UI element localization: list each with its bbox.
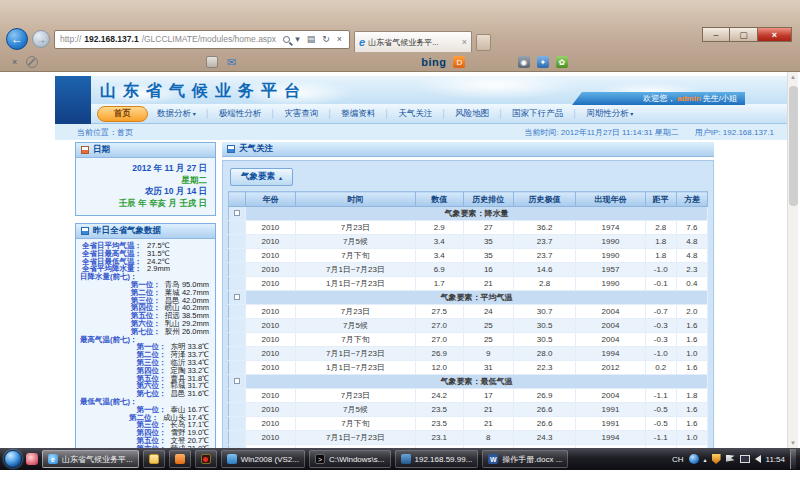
nav-item-7[interactable]: 国家下行产品	[512, 108, 563, 120]
table-cell: 1991	[576, 403, 645, 417]
paw-icon[interactable]: ✦	[537, 56, 549, 68]
table-row[interactable]: 20107月1日~7月23日26.9928.01994-1.01.0	[229, 347, 708, 361]
page-scrollbar[interactable]: ▲ ▼	[787, 72, 798, 448]
taskbar-button-cmd[interactable]: >C:\Windows\s...	[309, 450, 391, 468]
action-center-icon[interactable]	[726, 455, 735, 464]
nav-item-1[interactable]: 数据分析 ▾	[157, 108, 196, 120]
address-bar[interactable]: http://192.168.137.1/GLCCLIMATE/modules/…	[54, 30, 350, 49]
orange-app-icon[interactable]: D	[453, 56, 465, 68]
element-filter-button[interactable]: 气象要素 ▴	[230, 168, 293, 186]
nav-item-4[interactable]: 整编资料	[341, 108, 375, 120]
table-row[interactable]: 20107月23日27.52430.72004-0.72.0	[229, 305, 708, 319]
search-dropdown-icon[interactable]: ▾	[293, 34, 302, 44]
column-header[interactable]: 出现年份	[576, 192, 645, 207]
green-flower-icon[interactable]: ✿	[556, 56, 568, 68]
camera-icon[interactable]: ◉	[518, 56, 530, 68]
column-header[interactable]: 方差	[676, 192, 707, 207]
row-select-cell	[229, 221, 246, 235]
card-icon[interactable]	[206, 56, 218, 68]
clock[interactable]: 11:54	[766, 455, 785, 464]
column-header[interactable]: 时间	[296, 192, 416, 207]
window-controls: – ▢ ×	[702, 27, 792, 42]
pinned-app-icon[interactable]	[26, 453, 38, 465]
page-icon[interactable]: ▤	[305, 34, 318, 44]
column-header[interactable]: 年份	[245, 192, 295, 207]
table-row[interactable]: 20107月下旬27.02530.52004-0.31.6	[229, 333, 708, 347]
taskbar-button-ie[interactable]: e山东省气候业务平...	[42, 450, 139, 468]
start-button[interactable]	[4, 450, 22, 468]
globe-tray-icon[interactable]	[689, 454, 699, 464]
table-cell: 8	[463, 431, 513, 445]
table-row[interactable]: 20107月1日~7月23日23.1824.31994-1.11.0	[229, 431, 708, 445]
table-row[interactable]: 20107月5候27.02530.52004-0.31.6	[229, 319, 708, 333]
volume-tray-icon[interactable]	[755, 455, 761, 463]
column-header[interactable]: 历史极值	[513, 192, 575, 207]
nav-item-2[interactable]: 极端性分析	[219, 108, 262, 120]
date-panel-title: 日期	[93, 144, 110, 156]
group-checkbox-cell	[229, 207, 246, 221]
show-hidden-icons[interactable]: ▴	[704, 456, 707, 463]
language-indicator[interactable]: CH	[672, 455, 684, 464]
scrollbar-thumb[interactable]	[789, 86, 798, 206]
table-row[interactable]: 20107月1日~7月23日6.91614.61957-1.02.3	[229, 263, 708, 277]
table-cell: 1994	[576, 347, 645, 361]
table-row[interactable]: 20107月下旬3.43523.719901.84.8	[229, 249, 708, 263]
table-row[interactable]: 20101月1日~7月23日1.7212.81990-0.10.4	[229, 277, 708, 291]
table-row[interactable]: 20107月23日2.92736.219742.87.6	[229, 221, 708, 235]
sidebar: 日期 2012 年 11 月 27 日 星期二 农历 10 月 14 日 壬辰 …	[75, 142, 216, 448]
search-icon[interactable]	[283, 36, 290, 43]
table-cell: 2004	[576, 389, 645, 403]
table-row[interactable]: 20107月5候3.43523.719901.84.8	[229, 235, 708, 249]
checkbox[interactable]	[234, 294, 240, 300]
nav-item-8[interactable]: 周期性分析 ▾	[586, 108, 633, 120]
table-row[interactable]: 20107月5候23.52126.61991-0.51.6	[229, 403, 708, 417]
new-tab-button[interactable]	[476, 34, 491, 51]
scroll-up-icon[interactable]: ▲	[790, 74, 796, 80]
mail-icon[interactable]: ✉	[225, 56, 238, 69]
table-cell: 30.5	[513, 333, 575, 347]
table-cell: 1990	[576, 235, 645, 249]
network-tray-icon[interactable]	[740, 455, 750, 463]
stop-icon[interactable]: ×	[335, 34, 344, 44]
refresh-icon[interactable]: ↻	[320, 34, 332, 44]
column-header[interactable]: 距平	[645, 192, 676, 207]
taskbar-button-folder[interactable]	[143, 450, 165, 468]
taskbar-button-orange[interactable]	[169, 450, 191, 468]
taskbar-button-rdp[interactable]: 192.168.59.99...	[395, 450, 479, 468]
nav-item-6[interactable]: 风险地图	[455, 108, 489, 120]
minimize-button[interactable]: –	[702, 27, 730, 42]
table-cell: 27.0	[415, 333, 463, 347]
browser-tab[interactable]: e 山东省气候业务平... ×	[354, 31, 472, 52]
table-cell: -1.1	[645, 431, 676, 445]
tab-close-icon[interactable]: ×	[462, 37, 467, 47]
column-header[interactable]: 历史排位	[463, 192, 513, 207]
forward-button[interactable]: →	[32, 30, 50, 48]
bing-logo[interactable]: bing	[421, 56, 446, 68]
maximize-button[interactable]: ▢	[730, 27, 758, 42]
table-cell: 1.6	[676, 361, 707, 375]
blocked-icon[interactable]	[26, 56, 38, 68]
row-select-cell	[229, 305, 246, 319]
checkbox[interactable]	[234, 378, 240, 384]
taskbar-button-word[interactable]: W操作手册.docx ...	[482, 450, 568, 468]
table-row[interactable]: 20107月23日24.21726.92004-1.11.8	[229, 389, 708, 403]
table-cell: 28.0	[513, 347, 575, 361]
row-select-cell	[229, 277, 246, 291]
table-cell: 7月23日	[296, 389, 416, 403]
checkbox[interactable]	[234, 210, 240, 216]
back-button[interactable]: ←	[6, 28, 28, 50]
column-header[interactable]: 数值	[415, 192, 463, 207]
table-row[interactable]: 20101月1日~7月23日12.03122.320120.21.6	[229, 361, 708, 375]
nav-item-5[interactable]: 天气关注	[398, 108, 432, 120]
table-row[interactable]: 20107月下旬23.52126.61991-0.51.6	[229, 417, 708, 431]
scroll-down-icon[interactable]: ▼	[790, 440, 796, 446]
security-tray-icon[interactable]	[712, 454, 721, 464]
taskbar-button-red[interactable]	[195, 450, 217, 468]
close-button[interactable]: ×	[758, 27, 792, 42]
nav-item-0[interactable]: 首页	[97, 106, 148, 122]
close-toolbar-icon[interactable]: ×	[10, 57, 19, 67]
nav-item-3[interactable]: 灾害查询	[284, 108, 318, 120]
group-label: 气象要素：平均气温	[245, 291, 707, 305]
show-desktop-button[interactable]	[790, 449, 796, 469]
taskbar-button-win[interactable]: Win2008 (VS2...	[221, 450, 305, 468]
